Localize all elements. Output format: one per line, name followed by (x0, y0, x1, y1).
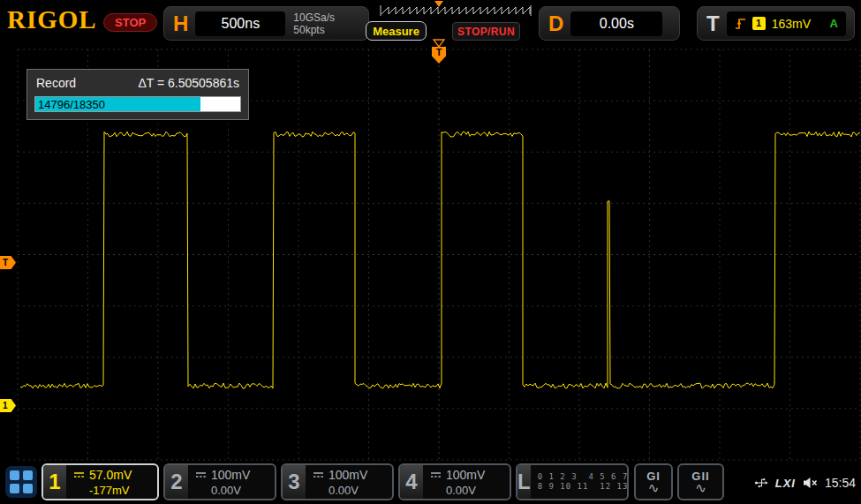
channel1-block[interactable]: 1 57.0mV -177mV (42, 463, 159, 500)
channel4-block[interactable]: 4 100mV 0.00V (398, 463, 511, 500)
top-bar: RIGOL STOP H 500ns 10GSa/s 50kpts Measur… (0, 0, 861, 46)
acquisition-status-badge: STOP (103, 13, 157, 32)
timebase-value[interactable]: 500ns (195, 11, 285, 36)
trigger-label: T (706, 11, 720, 36)
channel1-offset: -177mV (73, 483, 154, 498)
generator1-button[interactable]: GI ∿ (634, 463, 673, 500)
logic-analyzer-label: L (517, 465, 531, 499)
stop-run-button[interactable]: STOP/RUN (452, 22, 520, 41)
memory-waveform-icon (380, 3, 532, 18)
trigger-info-box[interactable]: 1 163mV A (727, 11, 846, 36)
channel3-scale: 100mV (329, 468, 367, 483)
dc-coupling-icon (313, 471, 324, 478)
memory-position-bar (380, 3, 532, 18)
generator2-button[interactable]: GII ∿ (677, 463, 724, 500)
sine-wave-icon: ∿ (648, 481, 660, 494)
trigger-mode-indicator: A (830, 17, 838, 30)
clock: 15:54 (825, 476, 856, 490)
channel1-scale: 57.0mV (89, 468, 132, 483)
channel4-offset: 0.00V (430, 483, 506, 498)
digital-channel-list: 0 1 2 3 4 5 6 7 8 9 10 11 12 13 14 15 (531, 465, 629, 499)
digital-channels-row1: 0 1 2 3 4 5 6 7 (538, 472, 629, 482)
sound-muted-icon (803, 477, 818, 489)
trigger-source-badge: 1 (752, 17, 766, 30)
memory-trigger-marker-icon (434, 1, 443, 7)
channel2-block[interactable]: 2 100mV 0.00V (163, 463, 276, 500)
channel1-values: 57.0mV -177mV (66, 465, 157, 499)
channel2-number: 2 (165, 465, 188, 499)
channel1-number: 1 (43, 465, 66, 499)
record-delta-t: ΔT = 6.50505861s (138, 76, 239, 90)
delay-value[interactable]: 0.00s (570, 11, 662, 36)
record-popup-header: Record ΔT = 6.50505861s (34, 75, 241, 92)
measure-button[interactable]: Measure (366, 21, 427, 41)
sample-rate: 10GSa/s (293, 11, 335, 24)
channel3-number: 3 (283, 465, 306, 499)
horizontal-label: H (173, 11, 188, 36)
sine-wave-icon: ∿ (695, 481, 706, 494)
memory-depth: 50kpts (293, 24, 335, 36)
delay-label: D (548, 11, 563, 36)
channel3-values: 100mV 0.00V (306, 465, 392, 499)
channel4-scale: 100mV (446, 468, 485, 483)
digital-channels-row2: 8 9 10 11 12 13 14 15 (538, 482, 629, 492)
bottom-bar: 1 57.0mV -177mV 2 100mV 0.00V 3 (0, 462, 861, 504)
record-progress-bar: 14796/18350 (34, 96, 241, 112)
horizontal-settings-group[interactable]: H 500ns 10GSa/s 50kpts (163, 6, 369, 41)
channel2-scale: 100mV (211, 468, 250, 483)
trigger-settings-group[interactable]: T 1 163mV A (697, 6, 855, 41)
channel2-offset: 0.00V (195, 483, 271, 498)
delay-settings-group[interactable]: D 0.00s (539, 6, 680, 41)
oscilloscope-screen: RIGOL STOP H 500ns 10GSa/s 50kpts Measur… (0, 0, 861, 504)
channel4-number: 4 (400, 465, 423, 499)
trigger-level-value: 163mV (772, 17, 811, 31)
record-progress-text: 14796/18350 (38, 97, 105, 112)
dc-coupling-icon (195, 471, 207, 478)
dc-coupling-icon (430, 471, 442, 478)
menu-button[interactable] (5, 466, 37, 498)
record-popup-title: Record (36, 76, 76, 90)
lxi-indicator: LXI (775, 477, 796, 490)
trigger-slope-icon (735, 17, 746, 30)
channel2-values: 100mV 0.00V (188, 465, 275, 499)
channel3-block[interactable]: 3 100mV 0.00V (281, 463, 394, 500)
usb-icon (754, 476, 768, 490)
channel4-values: 100mV 0.00V (423, 465, 510, 499)
channel3-offset: 0.00V (313, 483, 389, 498)
rigol-logo: RIGOL (7, 5, 97, 34)
logic-analyzer-block[interactable]: L 0 1 2 3 4 5 6 7 8 9 10 11 12 13 14 15 (516, 463, 629, 500)
menu-grid-icon (10, 470, 19, 480)
dc-coupling-icon (73, 471, 85, 478)
record-popup: Record ΔT = 6.50505861s 14796/18350 (26, 69, 249, 120)
acquisition-info: 10GSa/s 50kpts (293, 11, 335, 36)
status-area: LXI 15:54 (754, 462, 856, 504)
